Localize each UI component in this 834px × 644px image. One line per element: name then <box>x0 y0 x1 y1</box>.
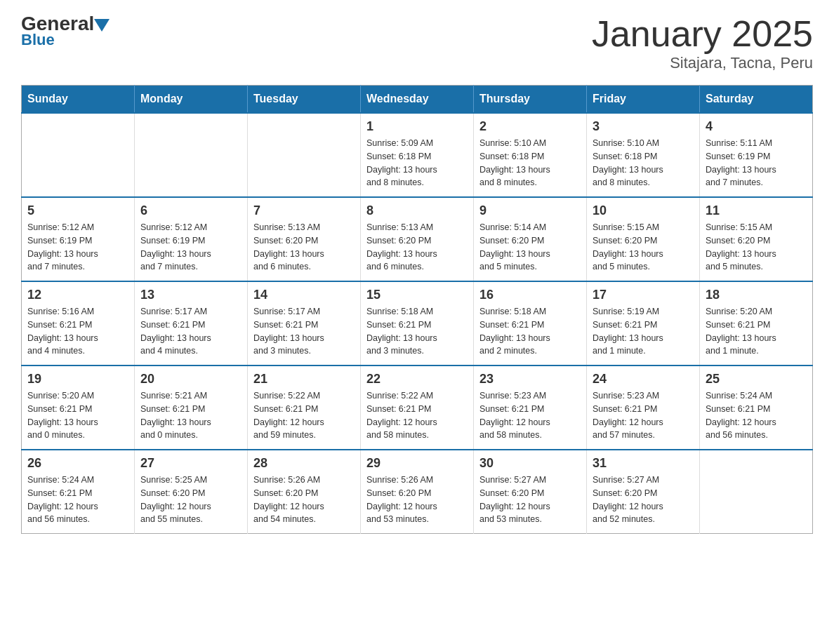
day-info: Sunrise: 5:15 AM Sunset: 6:20 PM Dayligh… <box>706 221 807 274</box>
calendar-week-row: 1Sunrise: 5:09 AM Sunset: 6:18 PM Daylig… <box>22 113 813 197</box>
day-info: Sunrise: 5:12 AM Sunset: 6:19 PM Dayligh… <box>27 221 128 274</box>
day-number: 8 <box>366 203 468 218</box>
logo-arrow-icon <box>94 19 110 32</box>
calendar-cell: 20Sunrise: 5:21 AM Sunset: 6:21 PM Dayli… <box>135 365 248 450</box>
day-number: 14 <box>253 288 355 302</box>
calendar-cell: 7Sunrise: 5:13 AM Sunset: 6:20 PM Daylig… <box>248 197 361 281</box>
calendar-cell <box>248 113 361 197</box>
page-header: General Blue January 2025 Sitajara, Tacn… <box>21 14 813 72</box>
day-info: Sunrise: 5:12 AM Sunset: 6:19 PM Dayligh… <box>140 221 241 274</box>
calendar-day-header: Saturday <box>700 86 813 114</box>
day-info: Sunrise: 5:22 AM Sunset: 6:21 PM Dayligh… <box>253 389 355 442</box>
day-number: 7 <box>253 203 355 218</box>
calendar-week-row: 26Sunrise: 5:24 AM Sunset: 6:21 PM Dayli… <box>22 450 813 534</box>
calendar-cell: 24Sunrise: 5:23 AM Sunset: 6:21 PM Dayli… <box>587 365 700 450</box>
day-info: Sunrise: 5:24 AM Sunset: 6:21 PM Dayligh… <box>706 389 807 442</box>
day-number: 2 <box>479 119 581 134</box>
day-number: 17 <box>593 288 694 302</box>
day-number: 18 <box>706 288 807 302</box>
day-info: Sunrise: 5:26 AM Sunset: 6:20 PM Dayligh… <box>253 474 355 526</box>
day-number: 27 <box>140 456 241 471</box>
calendar-cell: 18Sunrise: 5:20 AM Sunset: 6:21 PM Dayli… <box>700 281 813 365</box>
calendar-cell: 30Sunrise: 5:27 AM Sunset: 6:20 PM Dayli… <box>474 450 587 534</box>
day-info: Sunrise: 5:26 AM Sunset: 6:20 PM Dayligh… <box>366 474 468 526</box>
day-info: Sunrise: 5:10 AM Sunset: 6:18 PM Dayligh… <box>593 137 694 189</box>
calendar-cell: 2Sunrise: 5:10 AM Sunset: 6:18 PM Daylig… <box>474 113 587 197</box>
day-info: Sunrise: 5:11 AM Sunset: 6:19 PM Dayligh… <box>706 137 807 189</box>
calendar-cell: 22Sunrise: 5:22 AM Sunset: 6:21 PM Dayli… <box>361 365 474 450</box>
calendar-cell: 29Sunrise: 5:26 AM Sunset: 6:20 PM Dayli… <box>361 450 474 534</box>
calendar-subtitle: Sitajara, Tacna, Peru <box>592 54 813 72</box>
day-number: 24 <box>593 372 694 387</box>
calendar-cell <box>700 450 813 534</box>
calendar-cell <box>135 113 248 197</box>
day-info: Sunrise: 5:24 AM Sunset: 6:21 PM Dayligh… <box>27 474 128 526</box>
day-number: 3 <box>593 119 694 134</box>
calendar-cell: 14Sunrise: 5:17 AM Sunset: 6:21 PM Dayli… <box>248 281 361 365</box>
day-info: Sunrise: 5:23 AM Sunset: 6:21 PM Dayligh… <box>479 389 581 442</box>
day-number: 22 <box>366 372 468 387</box>
calendar-cell: 10Sunrise: 5:15 AM Sunset: 6:20 PM Dayli… <box>587 197 700 281</box>
day-number: 25 <box>706 372 807 387</box>
title-block: January 2025 Sitajara, Tacna, Peru <box>592 14 813 72</box>
day-number: 9 <box>479 203 581 218</box>
calendar-week-row: 19Sunrise: 5:20 AM Sunset: 6:21 PM Dayli… <box>22 365 813 450</box>
calendar-day-header: Monday <box>135 86 248 114</box>
day-info: Sunrise: 5:15 AM Sunset: 6:20 PM Dayligh… <box>593 221 694 274</box>
day-info: Sunrise: 5:23 AM Sunset: 6:21 PM Dayligh… <box>593 389 694 442</box>
day-number: 31 <box>593 456 694 471</box>
calendar-cell: 3Sunrise: 5:10 AM Sunset: 6:18 PM Daylig… <box>587 113 700 197</box>
day-number: 28 <box>253 456 355 471</box>
calendar-cell: 9Sunrise: 5:14 AM Sunset: 6:20 PM Daylig… <box>474 197 587 281</box>
calendar-day-header: Sunday <box>22 86 135 114</box>
day-info: Sunrise: 5:20 AM Sunset: 6:21 PM Dayligh… <box>27 389 128 442</box>
logo-blue-text: Blue <box>21 31 55 49</box>
day-info: Sunrise: 5:18 AM Sunset: 6:21 PM Dayligh… <box>479 305 581 358</box>
calendar-cell: 23Sunrise: 5:23 AM Sunset: 6:21 PM Dayli… <box>474 365 587 450</box>
day-info: Sunrise: 5:22 AM Sunset: 6:21 PM Dayligh… <box>366 389 468 442</box>
day-number: 12 <box>27 288 128 302</box>
day-number: 19 <box>27 372 128 387</box>
day-info: Sunrise: 5:21 AM Sunset: 6:21 PM Dayligh… <box>140 389 241 442</box>
calendar-cell: 12Sunrise: 5:16 AM Sunset: 6:21 PM Dayli… <box>22 281 135 365</box>
day-number: 1 <box>366 119 468 134</box>
calendar-table: SundayMondayTuesdayWednesdayThursdayFrid… <box>21 85 813 534</box>
day-info: Sunrise: 5:27 AM Sunset: 6:20 PM Dayligh… <box>593 474 694 526</box>
calendar-cell: 16Sunrise: 5:18 AM Sunset: 6:21 PM Dayli… <box>474 281 587 365</box>
logo: General Blue <box>21 14 110 49</box>
day-info: Sunrise: 5:14 AM Sunset: 6:20 PM Dayligh… <box>479 221 581 274</box>
calendar-cell: 31Sunrise: 5:27 AM Sunset: 6:20 PM Dayli… <box>587 450 700 534</box>
day-info: Sunrise: 5:13 AM Sunset: 6:20 PM Dayligh… <box>366 221 468 274</box>
calendar-cell: 1Sunrise: 5:09 AM Sunset: 6:18 PM Daylig… <box>361 113 474 197</box>
day-number: 23 <box>479 372 581 387</box>
day-info: Sunrise: 5:10 AM Sunset: 6:18 PM Dayligh… <box>479 137 581 189</box>
day-number: 11 <box>706 203 807 218</box>
day-info: Sunrise: 5:19 AM Sunset: 6:21 PM Dayligh… <box>593 305 694 358</box>
calendar-day-header: Tuesday <box>248 86 361 114</box>
day-info: Sunrise: 5:18 AM Sunset: 6:21 PM Dayligh… <box>366 305 468 358</box>
calendar-cell: 21Sunrise: 5:22 AM Sunset: 6:21 PM Dayli… <box>248 365 361 450</box>
day-info: Sunrise: 5:17 AM Sunset: 6:21 PM Dayligh… <box>140 305 241 358</box>
calendar-header-row: SundayMondayTuesdayWednesdayThursdayFrid… <box>22 86 813 114</box>
day-number: 5 <box>27 203 128 218</box>
day-number: 21 <box>253 372 355 387</box>
day-number: 16 <box>479 288 581 302</box>
svg-marker-0 <box>94 19 110 32</box>
calendar-week-row: 5Sunrise: 5:12 AM Sunset: 6:19 PM Daylig… <box>22 197 813 281</box>
calendar-cell: 26Sunrise: 5:24 AM Sunset: 6:21 PM Dayli… <box>22 450 135 534</box>
calendar-day-header: Wednesday <box>361 86 474 114</box>
calendar-title: January 2025 <box>592 14 813 54</box>
day-number: 13 <box>140 288 241 302</box>
day-info: Sunrise: 5:16 AM Sunset: 6:21 PM Dayligh… <box>27 305 128 358</box>
day-info: Sunrise: 5:17 AM Sunset: 6:21 PM Dayligh… <box>253 305 355 358</box>
day-number: 15 <box>366 288 468 302</box>
calendar-cell: 15Sunrise: 5:18 AM Sunset: 6:21 PM Dayli… <box>361 281 474 365</box>
day-number: 4 <box>706 119 807 134</box>
day-info: Sunrise: 5:20 AM Sunset: 6:21 PM Dayligh… <box>706 305 807 358</box>
calendar-cell: 25Sunrise: 5:24 AM Sunset: 6:21 PM Dayli… <box>700 365 813 450</box>
day-number: 10 <box>593 203 694 218</box>
day-info: Sunrise: 5:13 AM Sunset: 6:20 PM Dayligh… <box>253 221 355 274</box>
calendar-cell <box>22 113 135 197</box>
calendar-day-header: Friday <box>587 86 700 114</box>
calendar-cell: 13Sunrise: 5:17 AM Sunset: 6:21 PM Dayli… <box>135 281 248 365</box>
